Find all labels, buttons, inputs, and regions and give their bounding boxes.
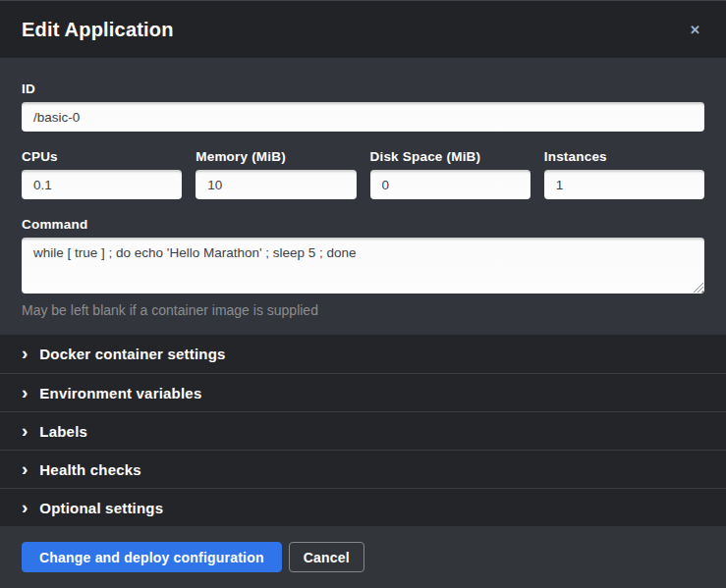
- id-field-group: ID: [22, 81, 704, 132]
- instances-field-group: Instances: [544, 149, 704, 199]
- instances-input[interactable]: [544, 170, 704, 199]
- section-environment-variables[interactable]: › Environment variables: [0, 373, 726, 411]
- application-form: ID CPUs Memory (MiB) Disk Space (MiB) In…: [0, 58, 726, 328]
- section-label: Docker container settings: [39, 346, 225, 362]
- chevron-right-icon: ›: [22, 344, 28, 362]
- instances-label: Instances: [544, 149, 704, 164]
- section-labels[interactable]: › Labels: [0, 411, 726, 450]
- change-and-deploy-button[interactable]: Change and deploy configuration: [22, 542, 282, 572]
- command-field-group: Command while [ true ] ; do echo 'Hello …: [22, 217, 704, 318]
- section-label: Optional settings: [39, 500, 163, 516]
- cpus-input[interactable]: [22, 170, 182, 199]
- edit-application-modal: Edit Application ✕ ID CPUs Memory (MiB) …: [0, 0, 726, 588]
- section-label: Labels: [39, 423, 87, 440]
- section-optional-settings[interactable]: › Optional settings: [0, 488, 726, 526]
- cpus-field-group: CPUs: [22, 149, 182, 199]
- cancel-button[interactable]: Cancel: [289, 542, 364, 572]
- command-label: Command: [22, 217, 704, 232]
- section-docker-container-settings[interactable]: › Docker container settings: [0, 335, 726, 373]
- command-help-text: May be left blank if a container image i…: [22, 302, 704, 318]
- id-input[interactable]: [22, 102, 704, 132]
- chevron-right-icon: ›: [22, 383, 28, 401]
- section-label: Environment variables: [39, 385, 201, 401]
- disk-space-input[interactable]: [370, 170, 531, 199]
- memory-field-group: Memory (MiB): [195, 149, 356, 199]
- chevron-right-icon: ›: [22, 421, 28, 440]
- disk-space-label: Disk Space (MiB): [370, 149, 531, 164]
- chevron-right-icon: ›: [22, 498, 28, 516]
- id-label: ID: [22, 81, 704, 96]
- command-textarea[interactable]: while [ true ] ; do echo 'Hello Marathon…: [22, 238, 704, 294]
- memory-input[interactable]: [195, 170, 356, 199]
- modal-title: Edit Application: [22, 19, 174, 41]
- disk-space-field-group: Disk Space (MiB): [370, 149, 531, 199]
- cpus-label: CPUs: [22, 149, 182, 164]
- chevron-right-icon: ›: [22, 459, 28, 478]
- accordion-sections: › Docker container settings › Environmen…: [0, 335, 726, 526]
- memory-label: Memory (MiB): [195, 149, 356, 164]
- modal-header: Edit Application ✕: [0, 1, 726, 58]
- resource-fields-row: CPUs Memory (MiB) Disk Space (MiB) Insta…: [22, 149, 704, 199]
- modal-footer: Change and deploy configuration Cancel: [0, 526, 726, 588]
- close-icon[interactable]: ✕: [686, 20, 704, 40]
- section-label: Health checks: [39, 461, 140, 478]
- section-health-checks[interactable]: › Health checks: [0, 450, 726, 488]
